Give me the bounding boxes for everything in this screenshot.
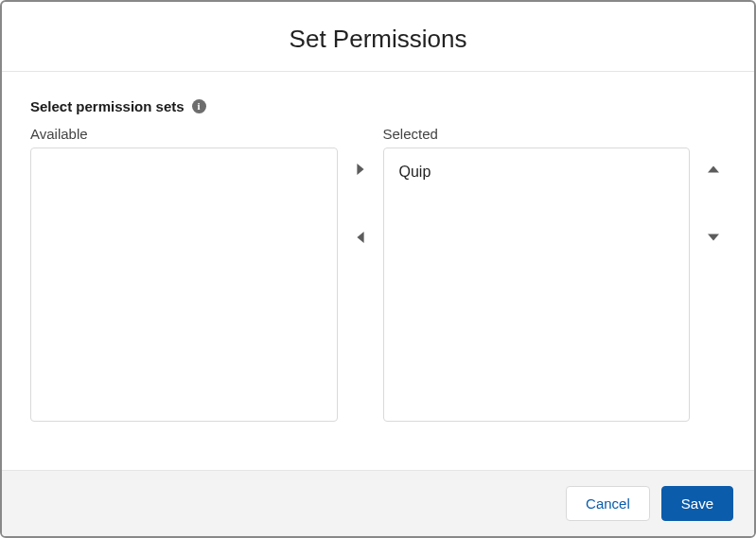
selected-listbox[interactable]: Quip — [383, 148, 691, 422]
section-label: Select permission sets — [30, 98, 185, 114]
move-buttons-column — [349, 126, 372, 422]
cancel-button[interactable]: Cancel — [566, 486, 650, 521]
selected-label: Selected — [383, 126, 691, 142]
chevron-down-icon — [708, 232, 719, 243]
chevron-right-icon — [355, 164, 366, 175]
svg-marker-2 — [708, 165, 719, 172]
modal-body: Select permission sets i Available Selec… — [2, 72, 754, 470]
modal-title: Set Permissions — [2, 25, 754, 54]
chevron-left-icon — [355, 232, 366, 243]
move-right-button[interactable] — [351, 160, 370, 179]
modal-header: Set Permissions — [2, 2, 754, 72]
dual-listbox: Available Selected Quip — [30, 126, 726, 422]
list-item[interactable]: Quip — [399, 162, 675, 182]
move-up-button[interactable] — [704, 160, 723, 179]
chevron-up-icon — [708, 164, 719, 175]
svg-marker-1 — [357, 232, 363, 243]
available-label: Available — [30, 126, 338, 142]
svg-marker-0 — [357, 164, 363, 175]
reorder-buttons-column — [701, 126, 726, 422]
set-permissions-modal: Set Permissions Select permission sets i… — [0, 0, 756, 538]
modal-footer: Cancel Save — [2, 470, 754, 536]
available-column: Available — [30, 126, 338, 422]
move-down-button[interactable] — [704, 228, 723, 247]
save-button[interactable]: Save — [661, 486, 733, 521]
svg-marker-3 — [708, 234, 719, 240]
selected-column: Selected Quip — [383, 126, 691, 422]
move-left-button[interactable] — [351, 228, 370, 247]
available-listbox[interactable] — [30, 148, 338, 422]
section-label-row: Select permission sets i — [30, 98, 726, 114]
info-icon[interactable]: i — [192, 99, 206, 113]
